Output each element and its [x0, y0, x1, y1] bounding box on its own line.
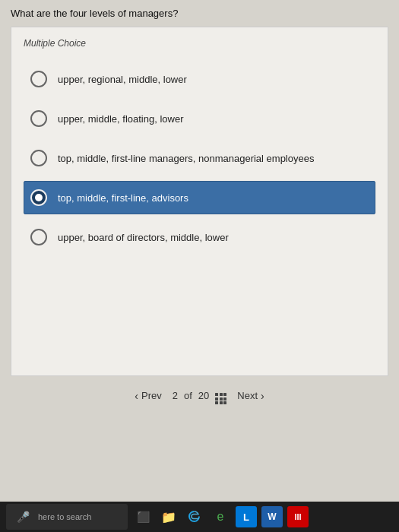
- app-icon[interactable]: III: [287, 506, 309, 527]
- option-b[interactable]: upper, middle, floating, lower: [24, 102, 375, 135]
- quiz-card: Multiple Choice upper, regional, middle,…: [11, 27, 388, 376]
- card-type-label: Multiple Choice: [24, 38, 375, 49]
- prev-arrow-icon: ‹: [135, 390, 138, 402]
- option-b-text: upper, middle, floating, lower: [58, 113, 183, 125]
- option-a[interactable]: upper, regional, middle, lower: [24, 62, 375, 96]
- next-label: Next: [237, 390, 258, 401]
- mic-icon: 🎤: [12, 506, 33, 527]
- grid-menu-icon[interactable]: [215, 387, 226, 404]
- option-d[interactable]: top, middle, first-line, advisors: [24, 181, 375, 214]
- total-pages: 20: [198, 390, 209, 401]
- option-e-text: upper, board of directors, middle, lower: [58, 232, 229, 243]
- option-c[interactable]: top, middle, first-line managers, nonman…: [24, 141, 375, 175]
- word-icon[interactable]: W: [261, 506, 283, 527]
- option-a-radio: [30, 71, 47, 87]
- next-arrow-icon: ›: [261, 390, 264, 402]
- option-e-radio: [30, 229, 47, 245]
- option-c-text: top, middle, first-line managers, nonman…: [58, 153, 314, 164]
- prev-label: Prev: [141, 390, 162, 401]
- option-b-radio: [30, 110, 47, 127]
- page-separator: of: [184, 390, 192, 401]
- next-button[interactable]: Next ›: [237, 390, 264, 402]
- option-d-text: top, middle, first-line, advisors: [58, 192, 188, 204]
- search-box[interactable]: 🎤 here to search: [6, 504, 128, 530]
- option-d-radio: [30, 189, 47, 206]
- page-info: 2 of 20: [173, 387, 227, 404]
- current-page: 2: [173, 390, 178, 401]
- question-text: What are the four levels of managers?: [11, 8, 178, 19]
- option-e[interactable]: upper, board of directors, middle, lower: [24, 220, 375, 254]
- folder-icon[interactable]: 📁: [158, 506, 179, 527]
- edge2-icon[interactable]: e: [210, 506, 231, 527]
- taskbar: 🎤 here to search ⬛ 📁 e L W III: [0, 502, 399, 532]
- option-c-radio: [30, 150, 47, 166]
- option-a-text: upper, regional, middle, lower: [58, 74, 187, 85]
- search-placeholder: here to search: [38, 512, 91, 521]
- edge-icon[interactable]: [184, 506, 205, 527]
- navigation-bar: ‹ Prev 2 of 20 Next ›: [0, 376, 399, 412]
- monitor-icon[interactable]: ⬛: [132, 506, 154, 527]
- prev-button[interactable]: ‹ Prev: [135, 390, 161, 402]
- windows-l-icon[interactable]: L: [236, 506, 257, 527]
- question-header: What are the four levels of managers?: [0, 0, 399, 24]
